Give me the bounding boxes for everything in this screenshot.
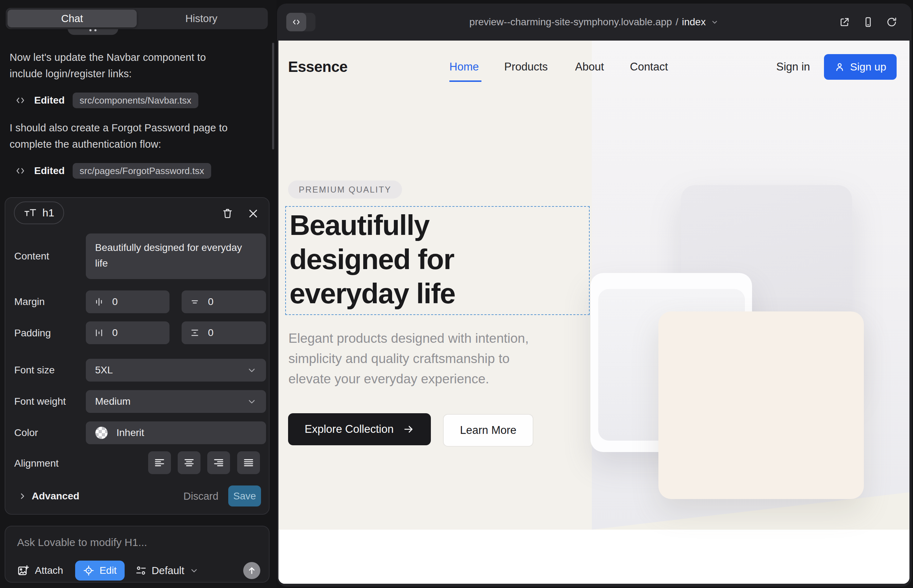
selected-h1-element[interactable]: Beautifully designed for everyday life (285, 206, 590, 315)
file-chip[interactable]: src/pages/ForgotPassword.tsx (73, 163, 212, 179)
edit-label: Edit (99, 565, 117, 576)
color-select[interactable]: Inherit (86, 422, 266, 444)
align-center-icon (183, 457, 195, 469)
chevron-down-icon (247, 365, 257, 375)
chevron-down-icon (189, 566, 199, 575)
transparency-swatch-icon (95, 426, 108, 439)
advanced-label: Advanced (32, 491, 79, 502)
browser-chrome: preview--charming-site-symphony.lovable.… (277, 3, 911, 40)
advanced-toggle[interactable]: Advanced (18, 486, 79, 507)
chat-scrollbar[interactable] (272, 43, 274, 150)
tab-history[interactable]: History (137, 10, 266, 27)
model-default-dropdown[interactable]: Default (135, 565, 199, 577)
user-icon (834, 61, 845, 72)
paragraph-line: Elegant products designed with intention… (288, 328, 529, 349)
browser-window: preview--charming-site-symphony.lovable.… (277, 3, 911, 586)
close-icon[interactable] (245, 206, 261, 221)
align-right-button[interactable] (207, 451, 230, 474)
nav-link-home[interactable]: Home (449, 60, 479, 73)
align-right-icon (212, 457, 225, 469)
dot-icon (94, 29, 97, 31)
file-chip[interactable]: src/components/Navbar.tsx (73, 92, 199, 108)
padding-y-input[interactable]: 0 (181, 321, 266, 344)
edited-label: Edited (34, 95, 65, 106)
decor-card-cream (659, 312, 864, 499)
font-size-select[interactable]: 5XL (86, 359, 266, 381)
padding-x-input[interactable]: 0 (86, 321, 170, 344)
margin-y-value: 0 (208, 296, 214, 307)
padding-y-value: 0 (208, 327, 214, 339)
tab-chat[interactable]: Chat (8, 10, 137, 27)
align-left-icon (154, 457, 165, 469)
site-logo[interactable]: Essence (288, 58, 348, 76)
edited-file-row: Edited src/components/Navbar.tsx (14, 92, 198, 108)
hero-paragraph: Elegant products designed with intention… (288, 328, 529, 389)
section-below-hero (278, 530, 910, 584)
font-weight-value: Medium (95, 396, 131, 407)
font-weight-select[interactable]: Medium (86, 390, 266, 413)
align-justify-button[interactable] (237, 451, 260, 474)
hero-heading: Beautifully designed for everyday life (290, 208, 455, 311)
chevron-down-icon (247, 396, 257, 407)
explore-collection-button[interactable]: Explore Collection (288, 413, 431, 445)
url-bar[interactable]: preview--charming-site-symphony.lovable.… (277, 3, 911, 40)
code-icon (14, 166, 26, 176)
nav-link-contact[interactable]: Contact (630, 60, 668, 73)
discard-button[interactable]: Discard (183, 486, 218, 507)
chevron-right-icon (18, 492, 27, 501)
open-external-icon[interactable] (839, 16, 850, 28)
learn-more-button[interactable]: Learn More (443, 414, 533, 447)
font-weight-label: Font weight (14, 396, 66, 407)
padding-vertical-icon (189, 328, 200, 338)
content-label: Content (14, 250, 49, 262)
align-center-button[interactable] (178, 451, 201, 474)
edited-file-row: Edited src/pages/ForgotPassword.tsx (14, 163, 211, 179)
chat-history-tabbar: Chat History (6, 8, 268, 29)
margin-y-input[interactable]: 0 (181, 291, 266, 313)
editor-footer: Advanced Discard Save (5, 486, 269, 507)
heading-line: everyday life (290, 276, 455, 311)
content-textarea[interactable]: Beautifully designed for everyday life (86, 234, 266, 279)
chat-composer: Ask Lovable to modify H1... Attach Edit … (5, 526, 270, 583)
assistant-message: Now let's update the Navbar component to… (10, 49, 232, 82)
chat-panel: Chat History Now let's update the Navbar… (0, 0, 276, 588)
delete-element-button[interactable] (220, 206, 235, 221)
sign-up-button[interactable]: Sign up (824, 54, 897, 80)
sign-up-label: Sign up (850, 61, 886, 73)
send-button[interactable] (243, 562, 260, 579)
margin-x-input[interactable]: 0 (86, 291, 170, 313)
element-editor-panel: h1 Content Beautifully designed for ever… (5, 197, 270, 515)
composer-input[interactable]: Ask Lovable to modify H1... (17, 536, 147, 549)
crosshair-icon (83, 565, 94, 576)
padding-x-value: 0 (112, 327, 118, 339)
paragraph-line: simplicity and quality craftsmanship to (288, 349, 529, 369)
mode-label: Default (152, 565, 185, 577)
url-path: index (682, 16, 706, 28)
sign-in-link[interactable]: Sign in (776, 60, 810, 73)
nav-link-about[interactable]: About (575, 60, 604, 73)
edited-label: Edited (34, 165, 65, 176)
save-button[interactable]: Save (228, 486, 261, 507)
nav-active-underline (449, 81, 481, 82)
assistant-message: I should also create a Forgot Password p… (10, 120, 232, 152)
attach-button[interactable]: Attach (17, 564, 63, 577)
url-domain: preview--charming-site-symphony.lovable.… (469, 16, 672, 28)
sliders-icon (135, 565, 147, 576)
color-label: Color (14, 427, 38, 438)
font-size-value: 5XL (95, 365, 113, 376)
paragraph-line: elevate your everyday experience. (288, 369, 529, 389)
code-icon (14, 95, 26, 105)
chevron-down-icon (710, 18, 719, 27)
image-plus-icon (17, 564, 29, 577)
arrow-right-icon (403, 423, 414, 435)
heading-line: Beautifully (290, 208, 455, 242)
heading-line: designed for (290, 242, 455, 276)
nav-link-products[interactable]: Products (504, 60, 548, 73)
url-separator: / (675, 16, 678, 28)
type-icon (24, 208, 37, 218)
mobile-preview-icon[interactable] (863, 16, 874, 28)
align-left-button[interactable] (148, 451, 171, 474)
refresh-icon[interactable] (886, 16, 897, 28)
margin-vertical-icon (189, 297, 200, 307)
edit-mode-button[interactable]: Edit (75, 561, 124, 580)
